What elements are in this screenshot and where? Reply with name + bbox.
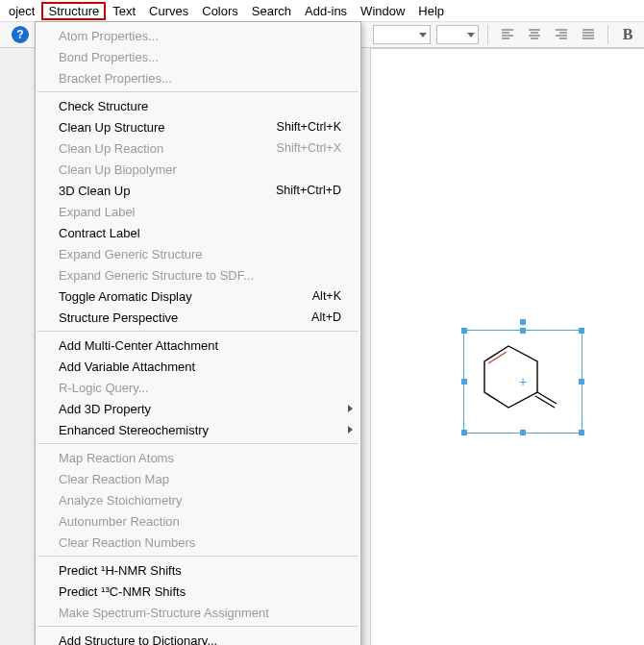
menu-separator xyxy=(37,91,359,92)
menu-item-predict-h-nmr-shifts[interactable]: Predict ¹H-NMR Shifts xyxy=(36,559,360,581)
menu-item-expand-label: Expand Label xyxy=(36,201,360,222)
resize-handle[interactable] xyxy=(461,379,467,385)
menu-item-label: R-Logic Query... xyxy=(59,381,341,395)
menu-item-make-spectrum-structure-assignment: Make Spectrum-Structure Assignment xyxy=(36,602,360,623)
menu-item-label: Clear Reaction Numbers xyxy=(59,535,341,550)
align-center-button[interactable] xyxy=(524,25,545,44)
resize-handle[interactable] xyxy=(520,328,526,334)
menu-item-label: Predict ¹³C-NMR Shifts xyxy=(59,584,341,599)
menu-item-label: Toggle Aromatic Display xyxy=(59,289,303,304)
menubar-item-search[interactable]: Search xyxy=(245,2,298,20)
menu-item-label: Clean Up Reaction xyxy=(59,141,267,156)
menu-item-label: Bond Properties... xyxy=(59,50,341,64)
menu-separator xyxy=(37,443,359,444)
menu-separator xyxy=(37,331,359,332)
menu-item-shortcut: Alt+D xyxy=(302,310,341,324)
menu-item-label: Clear Reaction Map xyxy=(59,472,341,486)
menu-item-analyze-stoichiometry: Analyze Stoichiometry xyxy=(36,489,360,510)
resize-handle[interactable] xyxy=(461,328,467,334)
menubar-item-help[interactable]: Help xyxy=(411,2,451,20)
menu-item-enhanced-stereochemistry[interactable]: Enhanced Stereochemistry xyxy=(36,419,360,440)
menu-item-label: Analyze Stoichiometry xyxy=(59,493,341,508)
menu-item-clean-up-reaction: Clean Up ReactionShift+Ctrl+X xyxy=(36,137,360,159)
bold-button[interactable]: B xyxy=(617,25,638,44)
align-right-button[interactable] xyxy=(551,25,572,44)
menu-item-label: Clean Up Biopolymer xyxy=(59,162,341,177)
font-dropdown[interactable] xyxy=(373,25,431,44)
menu-item-shortcut: Alt+K xyxy=(303,289,341,303)
menu-item-autonumber-reaction: Autonumber Reaction xyxy=(36,510,360,532)
help-icon[interactable]: ? xyxy=(12,26,29,43)
menu-item-label: Bracket Properties... xyxy=(59,71,341,86)
size-dropdown[interactable] xyxy=(436,25,479,44)
menu-item-label: Add 3D Property xyxy=(59,402,341,416)
menubar-item-colors[interactable]: Colors xyxy=(195,2,245,20)
selection-box[interactable]: + xyxy=(463,330,582,434)
resize-handle[interactable] xyxy=(579,328,584,334)
menubar-item-curves[interactable]: Curves xyxy=(142,2,195,20)
structure-menu: Atom Properties...Bond Properties...Brac… xyxy=(35,21,361,645)
menu-item-label: Enhanced Stereochemistry xyxy=(59,423,341,437)
menu-item-atom-properties: Atom Properties... xyxy=(36,25,360,46)
svg-marker-16 xyxy=(484,346,537,408)
svg-line-18 xyxy=(537,392,557,404)
menu-item-map-reaction-atoms: Map Reaction Atoms xyxy=(36,447,360,468)
chevron-down-icon xyxy=(419,33,427,37)
menu-item-label: Expand Generic Structure xyxy=(59,247,341,261)
menu-item-3d-clean-up[interactable]: 3D Clean UpShift+Ctrl+D xyxy=(36,180,360,201)
menu-item-label: Make Spectrum-Structure Assignment xyxy=(59,606,341,620)
menu-item-clear-reaction-numbers: Clear Reaction Numbers xyxy=(36,532,360,553)
menu-item-add-multi-center-attachment[interactable]: Add Multi-Center Attachment xyxy=(36,335,360,356)
drawing-canvas[interactable]: + xyxy=(370,48,644,645)
menu-item-label: Predict ¹H-NMR Shifts xyxy=(59,563,341,578)
resize-handle[interactable] xyxy=(461,430,467,435)
menu-item-clear-reaction-map: Clear Reaction Map xyxy=(36,468,360,489)
menu-item-label: Expand Label xyxy=(59,205,341,219)
menu-item-predict-c-nmr-shifts[interactable]: Predict ¹³C-NMR Shifts xyxy=(36,581,360,602)
menubar-item-structure[interactable]: Structure xyxy=(41,2,106,20)
menubar-item-text[interactable]: Text xyxy=(106,2,142,20)
menu-item-label: 3D Clean Up xyxy=(59,184,266,198)
menu-item-expand-generic-structure: Expand Generic Structure xyxy=(36,243,360,264)
menu-item-bond-properties: Bond Properties... xyxy=(36,46,360,67)
menu-item-shortcut: Shift+Ctrl+K xyxy=(267,120,341,134)
menu-item-toggle-aromatic-display[interactable]: Toggle Aromatic DisplayAlt+K xyxy=(36,285,360,307)
menu-item-add-variable-attachment[interactable]: Add Variable Attachment xyxy=(36,356,360,377)
menu-item-label: Autonumber Reaction xyxy=(59,514,341,529)
menu-item-label: Clean Up Structure xyxy=(59,120,267,135)
resize-handle[interactable] xyxy=(579,379,584,385)
menu-item-check-structure[interactable]: Check Structure xyxy=(36,95,360,116)
menu-item-label: Contract Label xyxy=(59,226,341,240)
menu-separator xyxy=(37,556,359,557)
menubar-item-window[interactable]: Window xyxy=(354,2,411,20)
chevron-right-icon xyxy=(348,405,353,412)
menu-item-label: Structure Perspective xyxy=(59,310,302,325)
menubar-item-oject[interactable]: oject xyxy=(2,2,41,20)
menu-item-clean-up-structure[interactable]: Clean Up StructureShift+Ctrl+K xyxy=(36,116,360,137)
resize-handle[interactable] xyxy=(520,430,526,435)
menu-item-label: Add Variable Attachment xyxy=(59,360,341,374)
menu-item-add-3d-property[interactable]: Add 3D Property xyxy=(36,398,360,419)
menu-item-add-structure-to-dictionary[interactable]: Add Structure to Dictionary... xyxy=(36,630,360,645)
menu-item-label: Atom Properties... xyxy=(59,29,341,43)
menu-item-shortcut: Shift+Ctrl+X xyxy=(267,141,341,155)
menu-item-contract-label[interactable]: Contract Label xyxy=(36,222,360,243)
menubar-item-addins[interactable]: Add-ins xyxy=(298,2,354,20)
chevron-down-icon xyxy=(467,33,475,37)
align-left-button[interactable] xyxy=(497,25,518,44)
menu-item-label: Check Structure xyxy=(59,99,341,113)
menu-item-bracket-properties: Bracket Properties... xyxy=(36,67,360,88)
menu-item-label: Add Multi-Center Attachment xyxy=(59,338,341,353)
menu-item-label: Expand Generic Structure to SDF... xyxy=(59,268,341,283)
chemical-structure[interactable] xyxy=(475,338,571,425)
resize-handle[interactable] xyxy=(579,430,584,435)
align-justify-button[interactable] xyxy=(578,25,599,44)
menu-item-label: Add Structure to Dictionary... xyxy=(59,633,341,646)
menu-separator xyxy=(37,626,359,627)
menu-item-shortcut: Shift+Ctrl+D xyxy=(266,184,341,197)
menu-item-structure-perspective[interactable]: Structure PerspectiveAlt+D xyxy=(36,307,360,328)
menu-item-r-logic-query: R-Logic Query... xyxy=(36,377,360,398)
chevron-right-icon xyxy=(348,426,353,434)
rotate-handle[interactable] xyxy=(520,319,526,325)
svg-line-19 xyxy=(535,396,555,408)
